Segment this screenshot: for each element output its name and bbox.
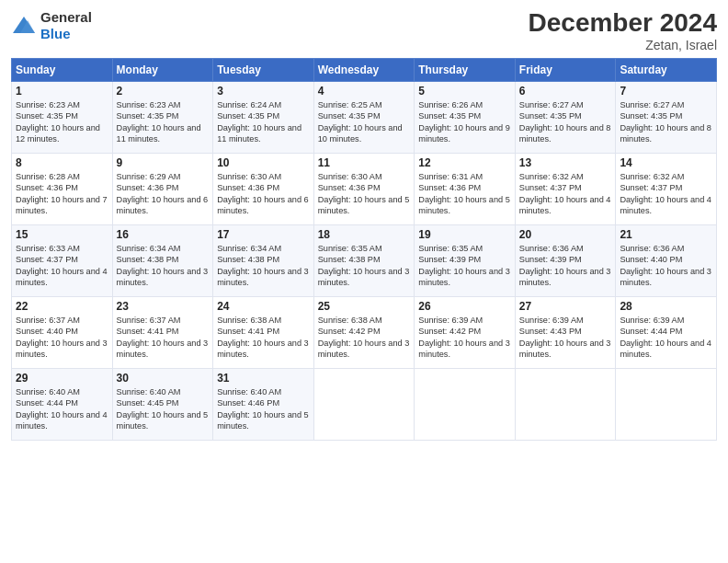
table-row: 8Sunrise: 6:28 AMSunset: 4:36 PMDaylight…	[12, 153, 113, 224]
table-row	[313, 368, 415, 440]
table-row: 19Sunrise: 6:35 AMSunset: 4:39 PMDayligh…	[415, 224, 516, 296]
header-row: Sunday Monday Tuesday Wednesday Thursday…	[12, 58, 717, 81]
day-number: 25	[318, 300, 411, 313]
day-detail: Sunrise: 6:33 AMSunset: 4:37 PMDaylight:…	[16, 244, 108, 287]
day-detail: Sunrise: 6:30 AMSunset: 4:36 PMDaylight:…	[217, 172, 309, 215]
day-number: 16	[117, 228, 210, 241]
day-detail: Sunrise: 6:32 AMSunset: 4:37 PMDaylight:…	[519, 172, 611, 215]
col-wednesday: Wednesday	[313, 58, 415, 81]
table-row: 24Sunrise: 6:38 AMSunset: 4:41 PMDayligh…	[213, 296, 314, 368]
table-row: 10Sunrise: 6:30 AMSunset: 4:36 PMDayligh…	[213, 153, 314, 224]
logo-icon	[11, 15, 37, 37]
day-number: 30	[117, 372, 210, 385]
table-row: 11Sunrise: 6:30 AMSunset: 4:36 PMDayligh…	[313, 153, 415, 224]
day-detail: Sunrise: 6:40 AMSunset: 4:45 PMDaylight:…	[117, 387, 209, 431]
table-row: 17Sunrise: 6:34 AMSunset: 4:38 PMDayligh…	[213, 224, 314, 296]
day-number: 2	[117, 85, 210, 98]
table-row: 29Sunrise: 6:40 AMSunset: 4:44 PMDayligh…	[12, 368, 113, 440]
table-row: 21Sunrise: 6:36 AMSunset: 4:40 PMDayligh…	[616, 224, 717, 296]
day-number: 23	[117, 300, 210, 313]
table-row	[415, 368, 516, 440]
table-row: 3Sunrise: 6:24 AMSunset: 4:35 PMDaylight…	[213, 81, 314, 153]
day-detail: Sunrise: 6:28 AMSunset: 4:36 PMDaylight:…	[16, 172, 108, 215]
table-row: 2Sunrise: 6:23 AMSunset: 4:35 PMDaylight…	[112, 81, 213, 153]
day-number: 21	[620, 228, 712, 241]
col-friday: Friday	[515, 58, 616, 81]
day-detail: Sunrise: 6:29 AMSunset: 4:36 PMDaylight:…	[117, 172, 209, 215]
day-number: 19	[418, 228, 511, 241]
day-number: 14	[620, 156, 712, 169]
day-number: 5	[418, 85, 511, 98]
subtitle: Zetan, Israel	[529, 38, 717, 52]
calendar-week-4: 22Sunrise: 6:37 AMSunset: 4:40 PMDayligh…	[12, 296, 717, 368]
day-number: 26	[418, 300, 511, 313]
day-detail: Sunrise: 6:31 AMSunset: 4:36 PMDaylight:…	[418, 172, 510, 215]
table-row: 23Sunrise: 6:37 AMSunset: 4:41 PMDayligh…	[112, 296, 213, 368]
day-detail: Sunrise: 6:40 AMSunset: 4:44 PMDaylight:…	[16, 387, 108, 431]
day-number: 3	[217, 85, 310, 98]
table-row: 5Sunrise: 6:26 AMSunset: 4:35 PMDaylight…	[415, 81, 516, 153]
col-thursday: Thursday	[415, 58, 516, 81]
table-row: 12Sunrise: 6:31 AMSunset: 4:36 PMDayligh…	[415, 153, 516, 224]
calendar-table: Sunday Monday Tuesday Wednesday Thursday…	[11, 58, 717, 441]
day-detail: Sunrise: 6:37 AMSunset: 4:41 PMDaylight:…	[117, 316, 209, 359]
table-row: 30Sunrise: 6:40 AMSunset: 4:45 PMDayligh…	[112, 368, 213, 440]
day-number: 8	[16, 156, 108, 169]
page-container: General Blue December 2024 Zetan, Israel…	[0, 0, 728, 448]
day-detail: Sunrise: 6:36 AMSunset: 4:40 PMDaylight:…	[620, 244, 711, 287]
col-saturday: Saturday	[616, 58, 717, 81]
day-number: 1	[16, 85, 108, 98]
day-number: 27	[519, 300, 612, 313]
day-number: 31	[217, 372, 310, 385]
day-detail: Sunrise: 6:40 AMSunset: 4:46 PMDaylight:…	[217, 387, 309, 431]
day-detail: Sunrise: 6:35 AMSunset: 4:38 PMDaylight:…	[318, 244, 410, 287]
day-detail: Sunrise: 6:34 AMSunset: 4:38 PMDaylight:…	[117, 244, 209, 287]
day-number: 18	[318, 228, 411, 241]
table-row: 14Sunrise: 6:32 AMSunset: 4:37 PMDayligh…	[616, 153, 717, 224]
day-detail: Sunrise: 6:39 AMSunset: 4:43 PMDaylight:…	[519, 316, 611, 359]
table-row: 25Sunrise: 6:38 AMSunset: 4:42 PMDayligh…	[313, 296, 415, 368]
table-row: 18Sunrise: 6:35 AMSunset: 4:38 PMDayligh…	[313, 224, 415, 296]
day-number: 20	[519, 228, 612, 241]
day-number: 6	[519, 85, 612, 98]
col-monday: Monday	[112, 58, 213, 81]
day-number: 10	[217, 156, 310, 169]
day-number: 29	[16, 372, 108, 385]
table-row	[616, 368, 717, 440]
day-number: 13	[519, 156, 612, 169]
logo: General Blue	[11, 9, 92, 42]
day-detail: Sunrise: 6:36 AMSunset: 4:39 PMDaylight:…	[519, 244, 611, 287]
table-row: 4Sunrise: 6:25 AMSunset: 4:35 PMDaylight…	[313, 81, 415, 153]
table-row: 16Sunrise: 6:34 AMSunset: 4:38 PMDayligh…	[112, 224, 213, 296]
day-number: 24	[217, 300, 310, 313]
table-row	[515, 368, 616, 440]
table-row: 22Sunrise: 6:37 AMSunset: 4:40 PMDayligh…	[12, 296, 113, 368]
day-detail: Sunrise: 6:35 AMSunset: 4:39 PMDaylight:…	[418, 244, 510, 287]
table-row: 15Sunrise: 6:33 AMSunset: 4:37 PMDayligh…	[12, 224, 113, 296]
calendar-week-5: 29Sunrise: 6:40 AMSunset: 4:44 PMDayligh…	[12, 368, 717, 440]
col-tuesday: Tuesday	[213, 58, 314, 81]
day-detail: Sunrise: 6:39 AMSunset: 4:44 PMDaylight:…	[620, 316, 711, 359]
day-detail: Sunrise: 6:27 AMSunset: 4:35 PMDaylight:…	[620, 100, 711, 144]
day-detail: Sunrise: 6:39 AMSunset: 4:42 PMDaylight:…	[418, 316, 510, 359]
table-row: 1Sunrise: 6:23 AMSunset: 4:35 PMDaylight…	[12, 81, 113, 153]
calendar-week-1: 1Sunrise: 6:23 AMSunset: 4:35 PMDaylight…	[12, 81, 717, 153]
table-row: 9Sunrise: 6:29 AMSunset: 4:36 PMDaylight…	[112, 153, 213, 224]
day-number: 12	[418, 156, 511, 169]
day-detail: Sunrise: 6:24 AMSunset: 4:35 PMDaylight:…	[217, 100, 301, 144]
day-number: 17	[217, 228, 310, 241]
table-row: 26Sunrise: 6:39 AMSunset: 4:42 PMDayligh…	[415, 296, 516, 368]
day-detail: Sunrise: 6:38 AMSunset: 4:41 PMDaylight:…	[217, 316, 309, 359]
day-detail: Sunrise: 6:34 AMSunset: 4:38 PMDaylight:…	[217, 244, 309, 287]
col-sunday: Sunday	[12, 58, 113, 81]
day-number: 9	[117, 156, 210, 169]
day-detail: Sunrise: 6:30 AMSunset: 4:36 PMDaylight:…	[318, 172, 410, 215]
table-row: 20Sunrise: 6:36 AMSunset: 4:39 PMDayligh…	[515, 224, 616, 296]
day-detail: Sunrise: 6:23 AMSunset: 4:35 PMDaylight:…	[16, 100, 100, 144]
calendar-week-2: 8Sunrise: 6:28 AMSunset: 4:36 PMDaylight…	[12, 153, 717, 224]
logo-text: General Blue	[40, 9, 92, 42]
day-number: 4	[318, 85, 411, 98]
table-row: 27Sunrise: 6:39 AMSunset: 4:43 PMDayligh…	[515, 296, 616, 368]
day-detail: Sunrise: 6:26 AMSunset: 4:35 PMDaylight:…	[418, 100, 510, 144]
table-row: 7Sunrise: 6:27 AMSunset: 4:35 PMDaylight…	[616, 81, 717, 153]
